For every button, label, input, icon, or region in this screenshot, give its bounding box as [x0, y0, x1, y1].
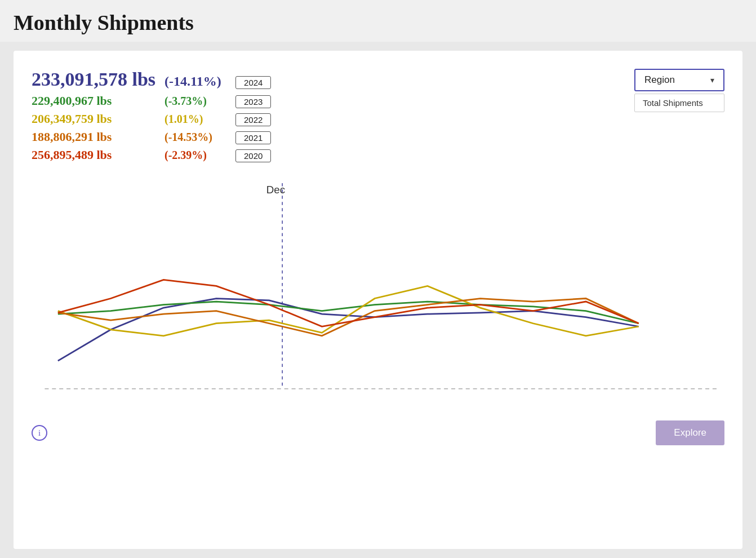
stat-change-2024: (-14.11%) — [164, 74, 226, 89]
page-title: Monthly Shipments — [0, 0, 756, 42]
stat-row-2024: 233,091,578 lbs(-14.11%)2024 — [32, 69, 271, 90]
controls-right: Region ▾ Total Shipments — [634, 69, 724, 112]
region-dropdown[interactable]: Region ▾ — [634, 69, 724, 91]
chevron-down-icon: ▾ — [710, 76, 714, 85]
stats-left: 233,091,578 lbs(-14.11%)2024229,400,967 … — [32, 69, 271, 163]
svg-text:Dec: Dec — [266, 184, 285, 195]
bottom-area: i Explore — [32, 420, 724, 445]
explore-button[interactable]: Explore — [656, 420, 724, 445]
stats-section: 233,091,578 lbs(-14.11%)2024229,400,967 … — [32, 69, 724, 163]
stat-change-2023: (-3.73%) — [164, 95, 226, 108]
stat-row-2023: 229,400,967 lbs(-3.73%)2023 — [32, 94, 271, 108]
year-badge-2022[interactable]: 2022 — [235, 113, 271, 126]
stat-change-2020: (-2.39%) — [164, 149, 226, 162]
info-icon[interactable]: i — [32, 425, 47, 441]
region-label: Region — [644, 74, 675, 86]
stat-value-2023: 229,400,967 lbs — [32, 94, 155, 108]
page-wrapper: Monthly Shipments 233,091,578 lbs(-14.11… — [0, 0, 756, 558]
main-card: 233,091,578 lbs(-14.11%)2024229,400,967 … — [14, 51, 742, 549]
chart-svg: Dec — [32, 177, 724, 414]
chart-container: Dec — [32, 177, 724, 414]
stat-row-2020: 256,895,489 lbs(-2.39%)2020 — [32, 148, 271, 162]
stat-value-2021: 188,806,291 lbs — [32, 130, 155, 144]
stat-value-2024: 233,091,578 lbs — [32, 69, 155, 90]
stat-value-2022: 206,349,759 lbs — [32, 112, 155, 126]
stat-row-2022: 206,349,759 lbs(1.01%)2022 — [32, 112, 271, 126]
year-badge-2020[interactable]: 2020 — [235, 149, 271, 162]
year-badge-2021[interactable]: 2021 — [235, 131, 271, 144]
year-badge-2023[interactable]: 2023 — [235, 95, 271, 108]
stat-row-2021: 188,806,291 lbs(-14.53%)2021 — [32, 130, 271, 144]
metric-label: Total Shipments — [634, 94, 724, 112]
stat-value-2020: 256,895,489 lbs — [32, 148, 155, 162]
year-badge-2024[interactable]: 2024 — [235, 76, 271, 89]
stat-change-2021: (-14.53%) — [164, 131, 226, 144]
stat-change-2022: (1.01%) — [164, 113, 226, 126]
